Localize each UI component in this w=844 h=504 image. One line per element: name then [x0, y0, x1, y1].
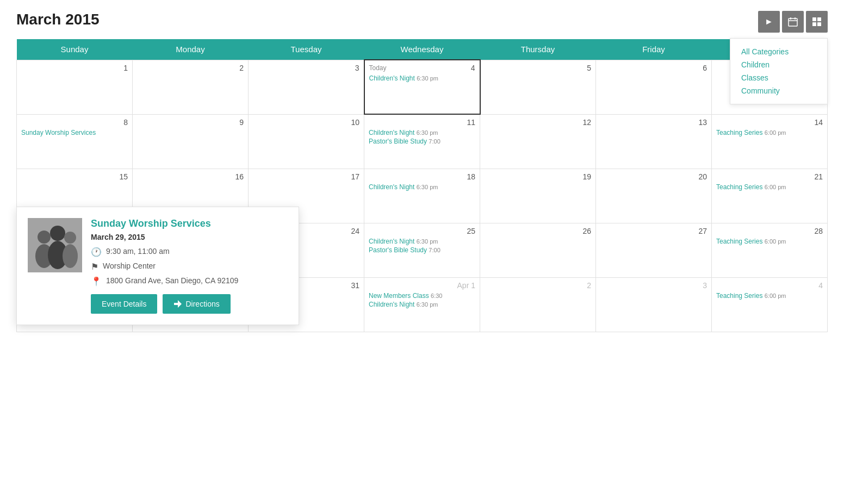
event-name: Children's Night — [369, 74, 415, 82]
event-time: 6:00 pm — [765, 129, 786, 136]
calendar-event[interactable]: Children's Night 6:30 pm — [369, 74, 475, 82]
calendar-cell: 1 — [17, 60, 133, 114]
calendar-cell: 25Children's Night 6:30 pmPastor's Bible… — [364, 223, 480, 277]
day-number: 1 — [21, 64, 128, 72]
day-number: 18 — [369, 172, 475, 181]
day-number: 4 — [716, 281, 823, 290]
directions-icon — [173, 300, 182, 308]
day-number: 25 — [369, 227, 475, 235]
day-number: 2 — [485, 281, 591, 290]
grid-view-button[interactable] — [806, 11, 828, 33]
calendar-event[interactable]: Pastor's Bible Study 7:00 — [369, 138, 475, 145]
svg-rect-16 — [28, 218, 82, 272]
calendar-cell: 3 — [249, 60, 364, 114]
col-header-thursday: Thursday — [480, 39, 596, 60]
popup-date: March 29, 2015 — [91, 233, 288, 241]
popup-address-row: 📍 1800 Grand Ave, San Diego, CA 92109 — [91, 276, 288, 287]
calendar-event[interactable]: Teaching Series 6:00 pm — [716, 129, 823, 136]
directions-button[interactable]: Directions — [163, 294, 230, 314]
calendar-cell: 28Teaching Series 6:00 pm — [712, 223, 828, 277]
event-name: Pastor's Bible Study — [369, 246, 427, 254]
calendar-cell: 4Teaching Series 6:00 pm — [712, 277, 828, 332]
calendar-cell: 8Sunday Worship Services — [17, 114, 133, 169]
day-number: 21 — [716, 172, 823, 181]
day-number: 10 — [253, 118, 359, 127]
day-number: 16 — [137, 172, 244, 181]
event-time: 6:30 pm — [417, 184, 438, 190]
toolbar: ► — [758, 11, 828, 33]
event-name: Sunday Worship Services — [21, 129, 96, 136]
col-header-friday: Friday — [596, 39, 712, 60]
calendar-cell: 5 — [480, 60, 596, 114]
day-number: Today4 — [369, 64, 475, 72]
day-number: Apr 1 — [369, 281, 475, 290]
calendar-event[interactable]: Children's Night 6:30 pm — [369, 238, 475, 245]
day-number: 12 — [485, 118, 591, 127]
event-time: 6:00 pm — [765, 293, 786, 299]
event-name: Teaching Series — [716, 238, 762, 245]
calendar-cell: Apr 1New Members Class 6:30Children's Ni… — [364, 277, 480, 332]
popup-time: 9:30 am, 11:00 am — [106, 247, 170, 256]
day-number: 17 — [253, 172, 359, 181]
popup-buttons: Event Details Directions — [91, 294, 288, 314]
today-label: Today — [369, 64, 387, 72]
next-button[interactable]: ► — [758, 11, 780, 33]
calendar-event[interactable]: New Members Class 6:30 — [369, 292, 475, 300]
day-number: 9 — [137, 118, 244, 127]
calendar-event[interactable]: Sunday Worship Services — [21, 129, 128, 136]
calendar-cell: 21Teaching Series 6:00 pm — [712, 169, 828, 223]
svg-rect-6 — [812, 22, 816, 26]
day-number: 5 — [485, 64, 592, 72]
category-community[interactable]: Community — [741, 86, 816, 95]
calendar-cell: 26 — [480, 223, 596, 277]
col-header-sunday: Sunday — [17, 39, 133, 60]
calendar-cell: 3 — [596, 277, 712, 332]
day-number: 11 — [369, 118, 475, 127]
calendar-cell: 10 — [249, 114, 364, 169]
day-number: 6 — [600, 64, 707, 72]
pin-icon: 📍 — [91, 276, 102, 287]
calendar-cell: 2 — [133, 60, 249, 114]
event-name: Teaching Series — [716, 183, 762, 191]
day-number: 28 — [716, 227, 823, 235]
event-name: Children's Night — [369, 129, 414, 136]
day-number: 8 — [21, 118, 128, 127]
svg-marker-17 — [174, 300, 182, 308]
category-all[interactable]: All Categories — [741, 47, 816, 56]
calendar-event[interactable]: Pastor's Bible Study 7:00 — [369, 246, 475, 254]
calendar-event[interactable]: Children's Night 6:30 pm — [369, 129, 475, 136]
flag-icon: ⚑ — [91, 262, 98, 272]
calendar-event[interactable]: Children's Night 6:30 pm — [369, 301, 475, 308]
calendar-cell: 19 — [480, 169, 596, 223]
clock-icon: 🕐 — [91, 247, 102, 257]
popup-address: 1800 Grand Ave, San Diego, CA 92109 — [106, 276, 238, 285]
calendar-view-button[interactable] — [782, 11, 804, 33]
day-number: 13 — [600, 118, 707, 127]
day-number: 15 — [21, 172, 128, 181]
page-title: March 2015 — [16, 11, 828, 28]
day-number: 27 — [600, 227, 707, 235]
col-header-wednesday: Wednesday — [364, 39, 480, 60]
calendar-event[interactable]: Teaching Series 6:00 pm — [716, 238, 823, 245]
popup-location: Worship Center — [103, 262, 156, 270]
day-number: 19 — [485, 172, 591, 181]
popup-content: Sunday Worship Services March 29, 2015 🕐… — [91, 218, 288, 314]
svg-rect-5 — [817, 17, 821, 21]
event-details-button[interactable]: Event Details — [91, 294, 157, 314]
calendar-event[interactable]: Teaching Series 6:00 pm — [716, 183, 823, 191]
event-time: 6:30 pm — [417, 301, 438, 308]
event-popup: Sunday Worship Services March 29, 2015 🕐… — [16, 207, 299, 325]
category-classes[interactable]: Classes — [741, 73, 816, 82]
event-name: Children's Night — [369, 183, 414, 191]
calendar-event[interactable]: Teaching Series 6:00 pm — [716, 292, 823, 300]
day-number: 20 — [600, 172, 707, 181]
event-name: Children's Night — [369, 301, 414, 308]
calendar-event[interactable]: Children's Night 6:30 pm — [369, 183, 475, 191]
event-name: New Members Class — [369, 292, 429, 300]
calendar-cell: 27 — [596, 223, 712, 277]
grid-icon — [812, 17, 822, 27]
calendar-cell: 6 — [596, 60, 712, 114]
category-children[interactable]: Children — [741, 60, 816, 69]
svg-rect-4 — [812, 17, 816, 21]
calendar-cell: 12 — [480, 114, 596, 169]
